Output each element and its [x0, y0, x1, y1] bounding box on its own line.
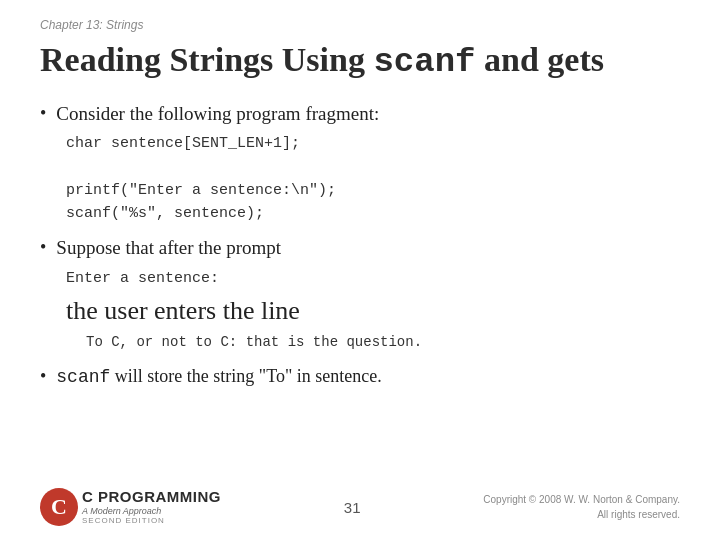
title-prefix: Reading Strings Using	[40, 41, 373, 78]
code-line-1: char sentence[SENT_LEN+1];	[66, 132, 680, 155]
bullet-2-dot: •	[40, 237, 46, 258]
title-suffix: and gets	[476, 41, 604, 78]
bullet-2-section: • Suppose that after the prompt Enter a …	[40, 235, 680, 353]
indented-code: To C, or not to C: that is the question.	[86, 332, 680, 354]
bullet-1-section: • Consider the following program fragmen…	[40, 101, 680, 226]
code-line-blank	[66, 156, 680, 179]
logo-edition-text: SECOND EDITION	[82, 516, 221, 525]
copyright-text: Copyright © 2008 W. W. Norton & Company.…	[483, 492, 680, 522]
page-number: 31	[344, 499, 361, 516]
logo-main-text: C PROGRAMMING	[82, 489, 221, 506]
code-block-1: char sentence[SENT_LEN+1]; printf("Enter…	[66, 132, 680, 225]
bullet-2-text: Suppose that after the prompt	[56, 235, 281, 261]
user-input-line: the user enters the line	[66, 294, 680, 328]
title-code: scanf	[373, 43, 475, 81]
prompt-line: Enter a sentence:	[66, 267, 680, 290]
code-line-4: scanf("%s", sentence);	[66, 202, 680, 225]
bullet-1-text: Consider the following program fragment:	[56, 101, 379, 127]
code-line-3: printf("Enter a sentence:\n");	[66, 179, 680, 202]
footer-logo: C C PROGRAMMING A Modern Approach SECOND…	[40, 488, 221, 526]
bullet-3-dot: •	[40, 366, 46, 387]
copyright-line2: All rights reserved.	[597, 509, 680, 520]
bullet-3-text: scanf will store the string "To" in sent…	[56, 364, 381, 389]
bullet-3-section: • scanf will store the string "To" in se…	[40, 364, 680, 389]
footer: C C PROGRAMMING A Modern Approach SECOND…	[0, 488, 720, 526]
bullet-1: • Consider the following program fragmen…	[40, 101, 680, 127]
slide-title: Reading Strings Using scanf and gets	[40, 40, 680, 83]
bullet-1-dot: •	[40, 103, 46, 124]
logo-text-block: C PROGRAMMING A Modern Approach SECOND E…	[82, 489, 221, 525]
copyright-line1: Copyright © 2008 W. W. Norton & Company.	[483, 494, 680, 505]
bullet-3-suffix: will store the string "To" in sentence.	[110, 366, 381, 386]
chapter-label: Chapter 13: Strings	[40, 18, 680, 32]
logo-c-circle: C	[40, 488, 78, 526]
bullet-3-code: scanf	[56, 367, 110, 387]
bullet-3: • scanf will store the string "To" in se…	[40, 364, 680, 389]
logo-sub-text: A Modern Approach	[82, 506, 221, 516]
bullet-2: • Suppose that after the prompt	[40, 235, 680, 261]
slide: Chapter 13: Strings Reading Strings Usin…	[0, 0, 720, 540]
